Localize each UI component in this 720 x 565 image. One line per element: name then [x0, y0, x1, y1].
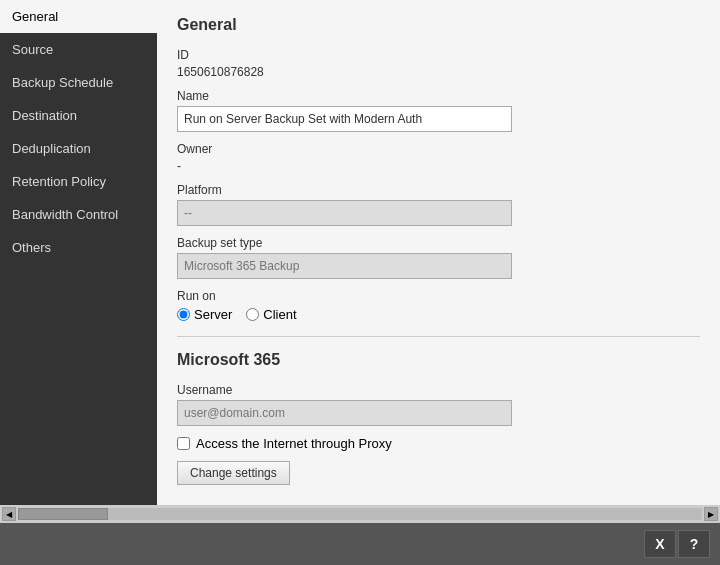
general-section-title: General	[177, 16, 700, 34]
sidebar-item-deduplication-label: Deduplication	[12, 141, 91, 156]
horizontal-scrollbar[interactable]: ◀ ▶	[0, 505, 720, 523]
sidebar-item-retention-policy[interactable]: Retention Policy	[0, 165, 157, 198]
run-on-label: Run on	[177, 289, 700, 303]
change-settings-button[interactable]: Change settings	[177, 461, 290, 485]
scrollbar-left-arrow[interactable]: ◀	[2, 507, 16, 521]
run-on-server-label: Server	[194, 307, 232, 322]
sidebar-item-destination[interactable]: Destination	[0, 99, 157, 132]
content-area: General ID 1650610876828 Name Owner - Pl…	[157, 0, 720, 505]
backup-set-type-label: Backup set type	[177, 236, 700, 250]
section-divider	[177, 336, 700, 337]
scrollbar-track[interactable]	[18, 508, 702, 520]
sidebar-item-source-label: Source	[12, 42, 53, 57]
scrollbar-right-arrow[interactable]: ▶	[704, 507, 718, 521]
backup-set-type-input	[177, 253, 512, 279]
username-field-group: Username	[177, 383, 700, 426]
platform-label: Platform	[177, 183, 700, 197]
run-on-server-radio[interactable]	[177, 308, 190, 321]
close-button[interactable]: X	[644, 530, 676, 558]
sidebar-item-source[interactable]: Source	[0, 33, 157, 66]
run-on-client-option[interactable]: Client	[246, 307, 296, 322]
name-field-group: Name	[177, 89, 700, 132]
name-label: Name	[177, 89, 700, 103]
owner-value: -	[177, 159, 700, 173]
username-input	[177, 400, 512, 426]
owner-field-group: Owner -	[177, 142, 700, 173]
proxy-checkbox-group: Access the Internet through Proxy	[177, 436, 700, 451]
platform-input	[177, 200, 512, 226]
id-field-group: ID 1650610876828	[177, 48, 700, 79]
sidebar-item-deduplication[interactable]: Deduplication	[0, 132, 157, 165]
run-on-client-label: Client	[263, 307, 296, 322]
sidebar-item-destination-label: Destination	[12, 108, 77, 123]
app-container: General Source Backup Schedule Destinati…	[0, 0, 720, 565]
run-on-server-option[interactable]: Server	[177, 307, 232, 322]
help-button[interactable]: ?	[678, 530, 710, 558]
run-on-field-group: Run on Server Client	[177, 289, 700, 322]
id-label: ID	[177, 48, 700, 62]
scrollbar-thumb[interactable]	[18, 508, 108, 520]
run-on-client-radio[interactable]	[246, 308, 259, 321]
username-label: Username	[177, 383, 700, 397]
id-value: 1650610876828	[177, 65, 700, 79]
sidebar-item-others-label: Others	[12, 240, 51, 255]
sidebar-item-general-label: General	[12, 9, 58, 24]
ms365-section-title: Microsoft 365	[177, 351, 700, 369]
name-input[interactable]	[177, 106, 512, 132]
proxy-label: Access the Internet through Proxy	[196, 436, 392, 451]
sidebar-item-backup-schedule-label: Backup Schedule	[12, 75, 113, 90]
proxy-checkbox[interactable]	[177, 437, 190, 450]
platform-field-group: Platform	[177, 183, 700, 226]
owner-label: Owner	[177, 142, 700, 156]
sidebar-item-retention-policy-label: Retention Policy	[12, 174, 106, 189]
sidebar-item-general[interactable]: General	[0, 0, 157, 33]
sidebar-item-bandwidth-control[interactable]: Bandwidth Control	[0, 198, 157, 231]
backup-set-type-field-group: Backup set type	[177, 236, 700, 279]
bottom-bar: X ?	[0, 523, 720, 565]
sidebar-item-others[interactable]: Others	[0, 231, 157, 264]
sidebar-item-bandwidth-control-label: Bandwidth Control	[12, 207, 118, 222]
sidebar-item-backup-schedule[interactable]: Backup Schedule	[0, 66, 157, 99]
sidebar: General Source Backup Schedule Destinati…	[0, 0, 157, 505]
main-area: General Source Backup Schedule Destinati…	[0, 0, 720, 505]
run-on-radio-group: Server Client	[177, 307, 700, 322]
